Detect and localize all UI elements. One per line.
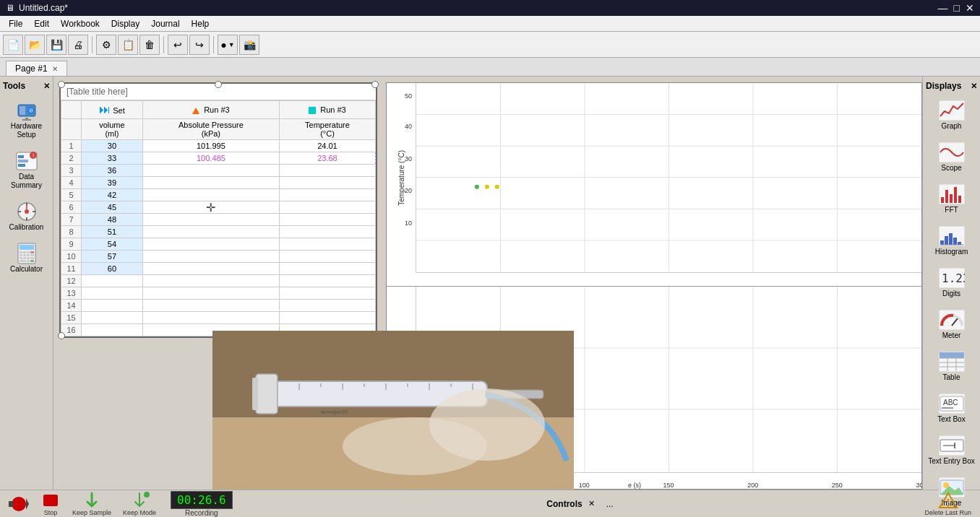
cell-pressure-14[interactable]	[142, 300, 279, 312]
cell-pressure-4[interactable]	[142, 177, 279, 189]
display-histogram[interactable]: Histogram	[926, 221, 977, 260]
cell-vol-11[interactable]: 60	[82, 263, 143, 275]
display-meter[interactable]: Meter	[926, 305, 977, 344]
cell-vol-2[interactable]: 33	[82, 152, 143, 165]
tab-page1[interactable]: Page #1 ✕	[6, 61, 67, 76]
cell-pressure-5[interactable]	[142, 189, 279, 201]
cell-temp-11[interactable]	[279, 263, 375, 275]
cell-vol-8[interactable]: 51	[82, 226, 143, 238]
cell-pressure-8[interactable]	[142, 226, 279, 238]
cell-vol-10[interactable]: 57	[82, 251, 143, 263]
delete-last-run-button[interactable]: Delete Last Run	[921, 490, 974, 518]
cell-pressure-6[interactable]: ✛	[142, 201, 279, 214]
record-button[interactable]	[6, 494, 32, 514]
cell-pressure-10[interactable]	[142, 251, 279, 263]
resize-handle-tc[interactable]	[215, 81, 222, 88]
cell-pressure-1[interactable]: 101.995	[142, 140, 279, 152]
display-digits[interactable]: 1.23 Digits	[926, 263, 977, 302]
displays-close-icon[interactable]: ✕	[971, 82, 977, 91]
cell-temp-13[interactable]	[279, 287, 375, 300]
table-row: 14	[61, 300, 376, 312]
cell-temp-10[interactable]	[279, 251, 375, 263]
cell-temp-4[interactable]	[279, 177, 375, 189]
toolbar-copy[interactable]: 📋	[118, 35, 138, 55]
cell-vol-12[interactable]	[82, 275, 143, 287]
cell-temp-1[interactable]: 24.01	[279, 140, 375, 152]
resize-handle-bl[interactable]	[58, 332, 65, 339]
cell-pressure-3[interactable]	[142, 165, 279, 177]
toolbar-settings[interactable]: ⚙	[96, 35, 116, 55]
menu-help[interactable]: Help	[186, 17, 215, 30]
cell-temp-12[interactable]	[279, 275, 375, 287]
cell-temp-3[interactable]	[279, 165, 375, 177]
tools-close-icon[interactable]: ✕	[43, 82, 50, 91]
cell-pressure-13[interactable]	[142, 287, 279, 300]
cell-vol-3[interactable]: 36	[82, 165, 143, 177]
menu-edit[interactable]: Edit	[28, 17, 55, 30]
display-graph[interactable]: Graph	[926, 95, 977, 134]
cell-temp-8[interactable]	[279, 226, 375, 238]
minimize-button[interactable]: —	[938, 2, 948, 14]
temp-graph-area[interactable]	[416, 83, 921, 273]
row-num-15: 15	[61, 312, 82, 324]
close-button[interactable]: ✕	[966, 2, 974, 14]
cell-temp-5[interactable]	[279, 189, 375, 201]
cell-vol-16[interactable]	[82, 324, 143, 336]
maximize-button[interactable]: □	[954, 2, 960, 14]
cell-pressure-11[interactable]	[142, 263, 279, 275]
keep-mode-button[interactable]: Keep Mode	[120, 490, 159, 518]
cell-vol-13[interactable]	[82, 287, 143, 300]
controls-close-icon[interactable]: ✕	[588, 499, 595, 508]
toolbar-delete[interactable]: 🗑	[139, 35, 160, 55]
histogram-label: Histogram	[935, 248, 968, 256]
cell-vol-15[interactable]	[82, 312, 143, 324]
cell-vol-6[interactable]: 45	[82, 201, 143, 214]
cell-temp-9[interactable]	[279, 238, 375, 251]
cell-vol-5[interactable]: 42	[82, 189, 143, 201]
cell-vol-7[interactable]: 48	[82, 214, 143, 226]
toolbar-record[interactable]: ●▼	[218, 35, 238, 55]
tool-calculator[interactable]: Calculator	[3, 238, 50, 277]
menu-display[interactable]: Display	[106, 17, 145, 30]
cell-pressure-15[interactable]	[142, 312, 279, 324]
tick-250: 250	[832, 482, 843, 489]
cell-temp-15[interactable]	[279, 312, 375, 324]
toolbar-print[interactable]: 🖨	[68, 35, 88, 55]
cell-temp-7[interactable]	[279, 214, 375, 226]
cell-pressure-7[interactable]	[142, 214, 279, 226]
toolbar-save[interactable]: 💾	[46, 35, 66, 55]
cell-vol-4[interactable]: 39	[82, 177, 143, 189]
cell-temp-14[interactable]	[279, 300, 375, 312]
menu-file[interactable]: File	[3, 17, 28, 30]
toolbar-undo[interactable]: ↩	[168, 35, 188, 55]
cell-temp-2[interactable]: 23.68	[279, 152, 375, 165]
cell-temp-6[interactable]	[279, 201, 375, 214]
cell-pressure-2[interactable]: 100.485	[142, 152, 279, 165]
cell-vol-9[interactable]: 54	[82, 238, 143, 251]
display-table[interactable]: Table	[926, 347, 977, 386]
menu-workbook[interactable]: Workbook	[55, 17, 106, 30]
cell-vol-1[interactable]: 30	[82, 140, 143, 152]
toolbar-open[interactable]: 📂	[25, 35, 45, 55]
resize-handle-tr[interactable]	[371, 81, 379, 88]
cell-vol-14[interactable]	[82, 300, 143, 312]
stop-button[interactable]: Stop	[38, 490, 64, 518]
display-text-box[interactable]: ABC Text Box	[926, 388, 977, 427]
tool-calibration[interactable]: Calibration	[3, 196, 50, 235]
resize-handle-tl[interactable]	[58, 81, 65, 88]
menu-journal[interactable]: Journal	[145, 17, 185, 30]
display-scope[interactable]: Scope	[926, 137, 977, 176]
tab-close-button[interactable]: ✕	[52, 65, 58, 73]
display-text-entry-box[interactable]: Text Entry Box	[926, 430, 977, 469]
tool-data-summary[interactable]: ! Data Summary	[3, 146, 50, 194]
toolbar-redo[interactable]: ↪	[189, 35, 210, 55]
temp-datapoint-yellow2	[495, 185, 499, 189]
toolbar-new[interactable]: 📄	[3, 35, 23, 55]
calculator-icon	[15, 242, 38, 265]
cell-pressure-12[interactable]	[142, 275, 279, 287]
cell-pressure-9[interactable]	[142, 238, 279, 251]
display-fft[interactable]: FFT	[926, 179, 977, 218]
tool-hardware-setup[interactable]: Hardware Setup	[3, 95, 50, 143]
toolbar-snapshot[interactable]: 📸	[239, 35, 259, 55]
keep-sample-button[interactable]: Keep Sample	[69, 490, 114, 518]
